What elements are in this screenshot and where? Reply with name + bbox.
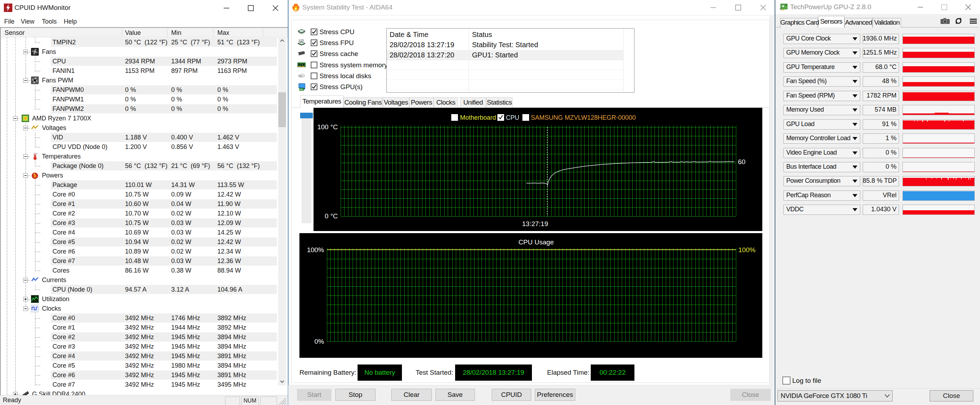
svg-text:100 °C: 100 °C <box>317 123 338 131</box>
svg-text:13:27:19: 13:27:19 <box>522 220 548 227</box>
svg-text:123: 123 <box>298 39 304 42</box>
svg-text:Motherboard: Motherboard <box>460 114 496 121</box>
svg-text:CPU Usage: CPU Usage <box>519 238 554 246</box>
svg-text:60: 60 <box>738 158 745 165</box>
svg-text:0 °C: 0 °C <box>325 212 338 220</box>
svg-text:100%: 100% <box>307 246 324 254</box>
svg-text:CPU: CPU <box>506 114 519 121</box>
svg-text:0%: 0% <box>315 338 325 345</box>
svg-text:100%: 100% <box>738 246 756 254</box>
svg-text:SAMSUNG MZVLW128HEGR-00000: SAMSUNG MZVLW128HEGR-00000 <box>531 114 636 121</box>
